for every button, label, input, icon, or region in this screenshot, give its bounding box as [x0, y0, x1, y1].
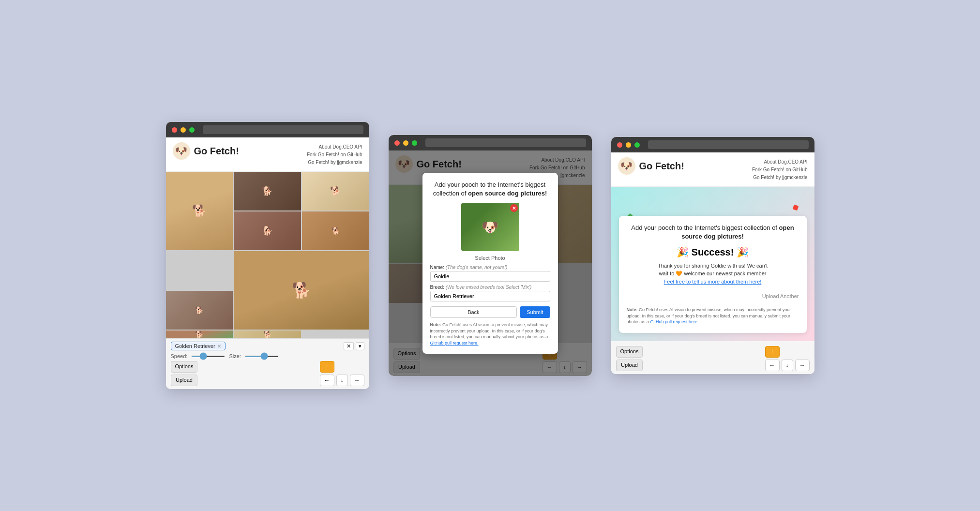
- tag-controls: ✕ ▾: [344, 342, 364, 350]
- photo-grid-1: 🐕 🐕 🐕 🐕 🐕 🐕 🐕 🐕: [166, 172, 369, 338]
- remove-photo-btn[interactable]: ✕: [510, 204, 518, 212]
- options-label-1[interactable]: Options: [171, 361, 198, 373]
- dog-logo-icon-1: 🐶: [173, 142, 190, 160]
- maximize-dot[interactable]: [189, 127, 195, 133]
- photo-upload-area[interactable]: 🐶 ✕: [461, 203, 519, 251]
- grid-cell-9[interactable]: 🐕: [234, 331, 301, 338]
- filter-row-1: Golden Retriever ✕ ✕ ▾: [171, 342, 364, 350]
- upload-label-3[interactable]: Upload: [616, 360, 643, 371]
- close-dot-2[interactable]: [394, 140, 400, 146]
- back-button[interactable]: Back: [430, 306, 517, 318]
- maximize-dot-2[interactable]: [412, 140, 417, 146]
- success-message: Thank you for sharing Goldie with us! We…: [627, 262, 799, 286]
- grid-cell-3[interactable]: 🐕: [302, 172, 369, 210]
- up-btn-1[interactable]: ↑: [320, 361, 334, 373]
- breed-hint: (We love mixed breeds too! Select 'Mix'): [446, 285, 532, 290]
- success-bg: Add your pooch to the Internet's biggest…: [611, 187, 814, 341]
- size-label: Size:: [229, 353, 241, 359]
- speed-slider[interactable]: [191, 356, 225, 357]
- left-btn-3[interactable]: ←: [765, 360, 780, 371]
- minimize-dot[interactable]: [181, 127, 186, 133]
- tag-remove-icon[interactable]: ✕: [217, 344, 221, 349]
- address-bar-2[interactable]: [425, 138, 586, 147]
- address-bar-1[interactable]: [203, 125, 363, 134]
- upload-another-area: Upload Another: [627, 289, 799, 303]
- tag-clear-btn[interactable]: ✕: [344, 342, 354, 350]
- maximize-dot-3[interactable]: [634, 142, 640, 148]
- success-note-link[interactable]: GitHub pull request here.: [650, 319, 699, 324]
- grid-cell-6[interactable]: 🐕: [234, 251, 369, 330]
- note-link[interactable]: GitHub pull request here.: [430, 341, 479, 346]
- submit-button[interactable]: Submit: [520, 306, 550, 318]
- left-btn-1[interactable]: ←: [320, 375, 334, 386]
- browser-content-1: 🐶 Go Fetch! About Dog.CEO API Fork Go Fe…: [166, 137, 369, 389]
- success-title-plain: Add your pooch to the Internet's biggest…: [631, 224, 779, 231]
- upload-another-btn[interactable]: Upload Another: [627, 293, 799, 299]
- modal-note: Note: Go Fetch! uses AI vision to preven…: [430, 322, 550, 346]
- success-msg-2: wait to 🧡 welcome our newest pack member: [659, 271, 767, 276]
- grid-cell-8[interactable]: 🐕: [166, 331, 233, 338]
- upload-label-1[interactable]: Upload: [171, 375, 198, 386]
- titlebar-1: [166, 122, 369, 137]
- nav-link-author-1[interactable]: Go Fetch! by jjgmckenzie: [307, 159, 362, 166]
- speed-label: Speed:: [171, 353, 188, 359]
- nav-link-author-3[interactable]: Go Fetch! by jjgmckenzie: [752, 174, 808, 181]
- modal-title: Add your pooch to the Internet's biggest…: [430, 180, 550, 198]
- tell-us-link[interactable]: Feel free to tell us more about them her…: [664, 279, 762, 285]
- note-text: Go Fetch! uses AI vision to prevent misu…: [430, 322, 548, 339]
- down-btn-1[interactable]: ↓: [336, 375, 348, 386]
- grid-cell-2[interactable]: 🐕: [234, 172, 301, 210]
- dog-breed-input[interactable]: [430, 291, 550, 301]
- note-bold: Note:: [430, 322, 441, 327]
- select-photo-btn[interactable]: Select Photo: [430, 255, 550, 261]
- dog-photo-1: 🐕: [166, 172, 233, 250]
- close-dot-3[interactable]: [617, 142, 622, 148]
- success-headline: 🎉 Success! 🎉: [627, 246, 799, 258]
- nav-grid-3: Options ↑ Upload ← ↓ →: [616, 346, 810, 371]
- browser-content-2: 🐶 Go Fetch! About Dog.CEO API Fork Go Fe…: [389, 150, 592, 376]
- breed-label: Breed: (We love mixed breeds too! Select…: [430, 285, 550, 290]
- modal-actions: Back Submit: [430, 306, 550, 318]
- grid-cell-7[interactable]: 🐕: [166, 291, 233, 330]
- modal-title-bold: open source dog pictures!: [468, 190, 547, 197]
- dog-name-input[interactable]: [430, 271, 550, 282]
- options-label-3[interactable]: Options: [616, 346, 643, 358]
- breed-tag-chip[interactable]: Golden Retriever ✕: [171, 342, 226, 350]
- success-card: Add your pooch to the Internet's biggest…: [619, 216, 807, 333]
- right-btn-3[interactable]: →: [795, 360, 810, 371]
- app-controls-1: Golden Retriever ✕ ✕ ▾ Speed: Size: Opti…: [166, 338, 369, 389]
- name-label: Name: (The dog's name, not yours!): [430, 265, 550, 270]
- grid-cell-1[interactable]: 🐕: [166, 172, 233, 250]
- right-btn-1[interactable]: →: [350, 375, 364, 386]
- dog-logo-icon-3: 🐶: [618, 157, 635, 175]
- address-bar-3[interactable]: [648, 140, 809, 149]
- nav-link-github-1[interactable]: Fork Go Fetch! on GitHub: [307, 151, 362, 159]
- grid-cell-5[interactable]: 🐕: [302, 211, 369, 250]
- dog-photo-9: 🐕: [234, 331, 301, 338]
- logo-area-3: 🐶 Go Fetch!: [618, 157, 684, 175]
- minimize-dot-3[interactable]: [626, 142, 631, 148]
- dog-photo-6: 🐕: [234, 251, 369, 330]
- confetti-2: [792, 205, 799, 211]
- minimize-dot-2[interactable]: [403, 140, 408, 146]
- modal-overlay-2: Add your pooch to the Internet's biggest…: [389, 150, 592, 376]
- nav-link-api-3[interactable]: About Dog.CEO API: [752, 158, 808, 166]
- tag-dropdown-btn[interactable]: ▾: [356, 342, 364, 350]
- nav-grid-1: Options ↑ Upload ← ↓ →: [171, 361, 364, 386]
- close-dot[interactable]: [172, 127, 177, 133]
- titlebar-2: [389, 135, 592, 150]
- nav-link-github-3[interactable]: Fork Go Fetch! on GitHub: [752, 166, 808, 174]
- success-note: Note: Go Fetch! uses AI vision to preven…: [627, 307, 799, 325]
- app-title-3: Go Fetch!: [639, 161, 684, 172]
- size-slider[interactable]: [245, 356, 279, 357]
- up-btn-3[interactable]: ↑: [765, 346, 780, 358]
- dog-photo-3: 🐕: [302, 172, 369, 210]
- grid-cell-4[interactable]: 🐕: [234, 211, 301, 250]
- titlebar-3: [611, 137, 814, 152]
- browser-content-3: 🐶 Go Fetch! About Dog.CEO API Fork Go Fe…: [611, 152, 814, 374]
- down-btn-3[interactable]: ↓: [782, 360, 793, 371]
- slider-row-1: Speed: Size:: [171, 353, 364, 359]
- nav-link-api-1[interactable]: About Dog.CEO API: [307, 143, 362, 151]
- name-hint: (The dog's name, not yours!): [446, 265, 508, 270]
- browser-window-2: 🐶 Go Fetch! About Dog.CEO API Fork Go Fe…: [389, 135, 592, 376]
